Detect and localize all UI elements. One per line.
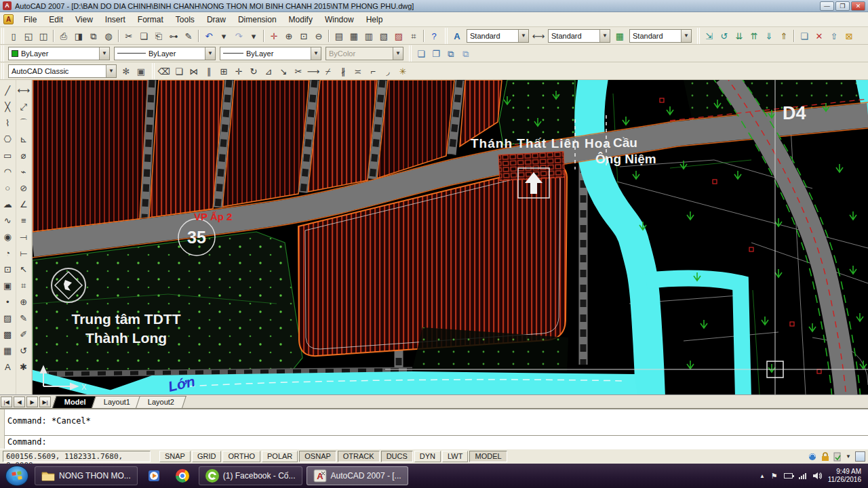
break-icon[interactable]: ∦ — [336, 64, 351, 79]
layer-match-icon[interactable]: ⇊ — [732, 28, 747, 43]
polyline-icon[interactable]: ⌇ — [0, 115, 15, 131]
diameter-dim-icon[interactable]: ⊘ — [16, 180, 31, 197]
model-toggle[interactable]: MODEL — [469, 451, 507, 462]
plot-preview-icon[interactable]: ◨ — [71, 28, 86, 43]
rotate-icon[interactable]: ↻ — [246, 64, 261, 79]
tray-expand-icon[interactable]: ▲ — [760, 473, 765, 479]
region-icon[interactable]: ▦ — [0, 343, 15, 359]
ducs-toggle[interactable]: DUCS — [381, 451, 413, 462]
ordinate-dim-icon[interactable]: ⊾ — [16, 131, 31, 148]
fillet-icon[interactable]: ◞ — [380, 64, 395, 79]
scale-icon[interactable]: ⊿ — [261, 64, 276, 79]
workspace-settings-icon[interactable]: ✻ — [119, 64, 134, 79]
taskbar-media-player[interactable] — [142, 466, 166, 485]
status-menu-arrow-icon[interactable]: ▼ — [846, 453, 851, 460]
maximize-button[interactable]: ❐ — [835, 1, 850, 11]
redo-dropdown-icon[interactable]: ▾ — [246, 28, 261, 43]
menu-draw[interactable]: Draw — [201, 14, 232, 26]
start-button[interactable] — [5, 466, 28, 486]
dim-style-combo[interactable]: Standard ▼ — [548, 29, 610, 43]
save-icon[interactable]: ◫ — [36, 28, 51, 43]
zoom-realtime-icon[interactable]: ⊕ — [281, 28, 296, 43]
menu-window[interactable]: Window — [319, 14, 360, 26]
polar-toggle[interactable]: POLAR — [262, 451, 298, 462]
sheet-set-icon[interactable]: ▧ — [376, 28, 391, 43]
jogged-dim-icon[interactable]: ⌁ — [16, 164, 31, 180]
menu-view[interactable]: View — [69, 14, 99, 26]
continue-dim-icon[interactable]: ⟝ — [16, 245, 31, 262]
arc-length-icon[interactable]: ⌒ — [16, 115, 31, 131]
taskbar-folder-window[interactable]: NONG THON MO... — [35, 466, 138, 485]
communication-center-icon[interactable] — [808, 452, 817, 462]
layer-walk-icon[interactable]: ↺ — [717, 28, 732, 43]
explode-icon[interactable]: ✳ — [395, 64, 410, 79]
hatch-icon[interactable]: ▨ — [0, 310, 15, 327]
linear-dim-icon[interactable]: ⟷ — [16, 83, 31, 99]
dim-update-icon[interactable]: ↺ — [16, 343, 31, 359]
bring-to-front-icon[interactable]: ❏ — [414, 46, 429, 61]
menu-insert[interactable]: Insert — [99, 14, 132, 26]
bring-above-icon[interactable]: ⧉ — [443, 46, 458, 61]
menu-dimension[interactable]: Dimension — [232, 14, 283, 26]
line-icon[interactable]: ╱ — [0, 83, 15, 99]
minimize-button[interactable]: — — [820, 1, 834, 11]
menu-help[interactable]: Help — [360, 14, 389, 26]
open-icon[interactable]: ◱ — [21, 28, 36, 43]
lineweight-control-combo[interactable]: ByLayer ▼ — [220, 47, 321, 60]
lwt-toggle[interactable]: LWT — [442, 451, 468, 462]
arc-icon[interactable]: ◠ — [0, 164, 15, 180]
array-icon[interactable]: ⊞ — [216, 64, 231, 79]
send-to-back-icon[interactable]: ❐ — [429, 46, 443, 61]
workspace-combo[interactable]: AutoCAD Classic ▼ — [8, 64, 117, 78]
osnap-toggle[interactable]: OSNAP — [299, 451, 336, 462]
plot-icon[interactable]: ⎙ — [56, 28, 71, 43]
toolbar-lock-icon[interactable] — [821, 452, 829, 462]
combo-arrow-icon[interactable]: ▼ — [518, 30, 528, 42]
layer-freeze-icon[interactable]: ❏ — [797, 28, 812, 43]
layer-to-current-icon[interactable]: ⇧ — [827, 28, 842, 43]
tab-last-button[interactable]: ▶| — [39, 396, 51, 407]
combo-arrow-icon[interactable]: ▼ — [311, 47, 321, 60]
command-window-grip[interactable] — [0, 409, 5, 449]
grid-toggle[interactable]: GRID — [192, 451, 222, 462]
revcloud-icon[interactable]: ☁ — [0, 197, 15, 213]
drawing-canvas[interactable]: Thánh Thất Liên Hoa Cầu Ông Niệm D4 35 V… — [33, 80, 868, 394]
taskbar-clock[interactable]: 9:49 AM 11/26/2016 — [828, 468, 861, 484]
command-window[interactable]: Command: *Cancel* Command: — [0, 408, 868, 449]
rectangle-icon[interactable]: ▭ — [0, 148, 15, 164]
menu-tools[interactable]: Tools — [170, 14, 201, 26]
help-icon[interactable]: ? — [427, 28, 441, 43]
battery-icon[interactable] — [784, 473, 793, 479]
mtext-icon[interactable]: A — [0, 359, 15, 375]
construction-line-icon[interactable]: ╳ — [0, 99, 15, 115]
combo-arrow-icon[interactable]: ▼ — [106, 65, 116, 77]
properties-palette-icon[interactable]: ▤ — [332, 28, 347, 43]
extend-icon[interactable]: ⟶ — [306, 64, 321, 79]
baseline-dim-icon[interactable]: ⟞ — [16, 229, 31, 245]
chamfer-icon[interactable]: ⌐ — [366, 64, 380, 79]
break-at-point-icon[interactable]: ⌿ — [321, 64, 336, 79]
pan-icon[interactable]: ✛ — [267, 28, 281, 43]
undo-dropdown-icon[interactable]: ▾ — [216, 28, 231, 43]
tool-palettes-icon[interactable]: ▥ — [361, 28, 376, 43]
tab-first-button[interactable]: |◀ — [1, 396, 12, 407]
zoom-previous-icon[interactable]: ⊖ — [311, 28, 326, 43]
designcenter-icon[interactable]: ▦ — [347, 28, 361, 43]
block-editor-icon[interactable]: ✎ — [181, 28, 196, 43]
move-icon[interactable]: ✛ — [231, 64, 246, 79]
tab-model[interactable]: Model — [52, 396, 98, 408]
trim-icon[interactable]: ✂ — [291, 64, 306, 79]
volume-icon[interactable] — [812, 472, 822, 480]
command-input[interactable]: Command: — [5, 436, 868, 449]
combo-arrow-icon[interactable]: ▼ — [99, 47, 109, 60]
menu-modify[interactable]: Modify — [283, 14, 319, 26]
dim-edit-icon[interactable]: ✎ — [16, 310, 31, 327]
color-control-combo[interactable]: ByLayer ▼ — [8, 47, 110, 60]
zoom-window-icon[interactable]: ⊡ — [296, 28, 311, 43]
quick-dim-icon[interactable]: ≡ — [16, 213, 31, 229]
join-icon[interactable]: ≍ — [351, 64, 366, 79]
copy-clip-icon[interactable]: ❏ — [136, 28, 151, 43]
ortho-toggle[interactable]: ORTHO — [222, 451, 260, 462]
undo-icon[interactable]: ↶ — [201, 28, 216, 43]
stretch-icon[interactable]: ↘ — [276, 64, 291, 79]
